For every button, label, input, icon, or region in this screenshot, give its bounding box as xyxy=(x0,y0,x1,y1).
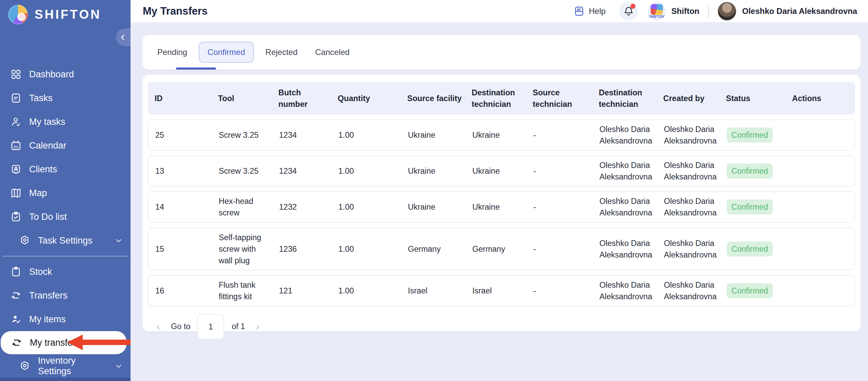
column-header: Actions xyxy=(788,82,855,115)
column-header: Destination technician xyxy=(468,82,529,115)
sidebar-item-tasks[interactable]: Tasks xyxy=(0,86,131,110)
sidebar-item-stock[interactable]: Stock xyxy=(0,260,131,284)
sidebar-item-to-do-list[interactable]: To Do list xyxy=(0,205,131,229)
cell-destination_technician: Israel xyxy=(468,276,529,306)
cell-status: Confirmed xyxy=(723,192,789,222)
status-badge: Confirmed xyxy=(727,199,773,214)
cell-butch_number: 1234 xyxy=(275,120,334,150)
cell-id: 14 xyxy=(149,192,215,222)
notifications-button[interactable] xyxy=(619,2,638,21)
cell-destination_technician_2: Oleshko Daria Aleksandrovna xyxy=(595,120,660,150)
stock-icon xyxy=(10,266,22,278)
cell-status: Confirmed xyxy=(723,228,789,270)
sidebar-item-dashboard[interactable]: Dashboard xyxy=(0,62,131,86)
calendar-icon xyxy=(10,140,22,151)
cell-tool: Self-tapping screw with wall plug xyxy=(215,228,275,270)
cell-status: Confirmed xyxy=(723,120,789,150)
cell-actions xyxy=(789,228,854,270)
column-header: Tool xyxy=(214,82,274,115)
pagination-goto-label: Go to xyxy=(171,322,190,331)
sidebar-item-label: Dashboard xyxy=(29,69,74,80)
company-name: Shifton xyxy=(671,6,699,16)
sidebar: SHIFTON Dashboard Tasks My tasks Calenda… xyxy=(0,0,131,381)
sidebar-item-inventory-settings[interactable]: Inventory Settings xyxy=(0,354,131,378)
cell-id: 15 xyxy=(149,228,215,270)
pagination-next-button[interactable]: › xyxy=(252,321,263,332)
gear-icon xyxy=(19,235,31,246)
cell-quantity: 1.00 xyxy=(334,120,404,150)
sidebar-item-label: Inventory Settings xyxy=(38,356,106,377)
status-badge: Confirmed xyxy=(727,242,773,256)
table-row[interactable]: 16Flush tank fittings kit1211.00IsraelIs… xyxy=(148,275,855,306)
status-badge: Confirmed xyxy=(727,128,773,142)
brand-name: SHIFTON xyxy=(35,7,101,22)
transfers-icon xyxy=(10,290,22,301)
help-button[interactable]: Help xyxy=(573,5,606,17)
sidebar-item-task-settings[interactable]: Task Settings xyxy=(0,229,131,252)
map-icon xyxy=(10,187,22,199)
tab-rejected[interactable]: Rejected xyxy=(257,42,307,63)
table-row[interactable]: 25Screw 3.2512341.00UkraineUkraine-Olesh… xyxy=(148,119,855,151)
pagination-prev-button[interactable]: ‹ xyxy=(153,321,164,332)
sidebar-item-transfers[interactable]: Transfers xyxy=(0,284,131,307)
column-header: Status xyxy=(722,82,788,115)
page-title: My Transfers xyxy=(131,5,208,17)
cell-source_technician: - xyxy=(529,276,595,306)
sidebar-menu: Dashboard Tasks My tasks Calendar Client… xyxy=(0,62,131,378)
sidebar-item-map[interactable]: Map xyxy=(0,181,131,205)
cell-id: 13 xyxy=(149,156,215,186)
table-row[interactable]: 14Hex-head screw12321.00UkraineUkraine-O… xyxy=(148,191,855,223)
sidebar-collapse-button[interactable] xyxy=(116,28,131,46)
cell-id: 16 xyxy=(149,276,215,306)
tasks-icon xyxy=(10,92,22,104)
table-row[interactable]: 15Self-tapping screw with wall plug12361… xyxy=(148,228,855,270)
tab-confirmed[interactable]: Confirmed xyxy=(199,42,254,63)
user-menu[interactable]: Oleshko Daria Aleksandrovna xyxy=(718,2,857,20)
app-window: SHIFTON Dashboard Tasks My tasks Calenda… xyxy=(0,0,868,381)
cell-source_facility: Ukraine xyxy=(404,120,468,150)
cell-butch_number: 1236 xyxy=(275,228,334,270)
sidebar-item-my-transfers[interactable]: My transfers xyxy=(1,331,126,354)
cell-tool: Screw 3.25 xyxy=(215,156,275,186)
sidebar-item-label: Task Settings xyxy=(38,235,93,246)
sidebar-item-label: My tasks xyxy=(29,117,65,127)
company-logo-avatar: SHIFTON xyxy=(648,2,666,20)
pagination: ‹ Go to of 1 › xyxy=(148,314,855,340)
cell-source_technician: - xyxy=(529,120,595,150)
cell-actions xyxy=(789,156,854,186)
cell-created_by: Oleshko Daria Aleksandrovna xyxy=(660,156,723,186)
transfers-table-card: IDToolButch numberQuantitySource facilit… xyxy=(142,75,861,331)
notification-dot xyxy=(630,4,635,9)
cell-status: Confirmed xyxy=(723,276,789,306)
column-header: Created by xyxy=(659,82,722,115)
tab-pending[interactable]: Pending xyxy=(149,42,196,63)
sidebar-item-calendar[interactable]: Calendar xyxy=(0,134,131,157)
cell-created_by: Oleshko Daria Aleksandrovna xyxy=(660,276,723,306)
cell-destination_technician: Germany xyxy=(468,228,529,270)
cell-actions xyxy=(789,276,854,306)
gear-icon xyxy=(19,360,31,372)
status-badge: Confirmed xyxy=(727,164,773,178)
cell-id: 25 xyxy=(149,120,215,150)
cell-tool: Flush tank fittings kit xyxy=(215,276,275,306)
dashboard-grid-icon xyxy=(10,69,22,80)
sidebar-item-label: My items xyxy=(29,314,66,325)
cell-quantity: 1.00 xyxy=(334,228,404,270)
sidebar-item-clients[interactable]: Clients xyxy=(0,157,131,181)
sidebar-item-label: Clients xyxy=(29,164,57,175)
column-header: ID xyxy=(148,82,214,115)
cell-source_technician: - xyxy=(529,156,595,186)
status-badge: Confirmed xyxy=(727,283,773,298)
table-row[interactable]: 13Screw 3.2512341.00UkraineUkraine-Olesh… xyxy=(148,155,855,187)
table-header-row: IDToolButch numberQuantitySource facilit… xyxy=(148,82,855,115)
main-area: My Transfers Help SHIFTON xyxy=(131,0,868,381)
company-menu[interactable]: SHIFTON Shifton xyxy=(648,2,699,20)
sidebar-item-my-items[interactable]: My items xyxy=(0,307,131,331)
sidebar-item-my-tasks[interactable]: My tasks xyxy=(0,110,131,134)
cell-source_facility: Ukraine xyxy=(404,156,468,186)
pagination-page-input[interactable] xyxy=(197,314,224,340)
brand-logo[interactable]: SHIFTON xyxy=(0,0,131,24)
tab-canceled[interactable]: Canceled xyxy=(307,42,358,63)
chevron-down-icon xyxy=(114,235,124,246)
cell-actions xyxy=(789,120,854,150)
